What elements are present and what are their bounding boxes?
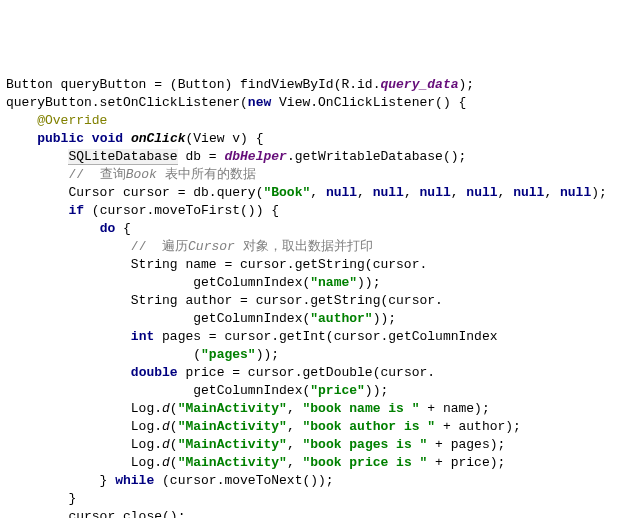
line-23: } while (cursor.moveToNext());	[6, 473, 334, 488]
line-5: SQLiteDatabase db = dbHelper.getWritable…	[6, 149, 466, 165]
line-21: Log.d("MainActivity", "book pages is " +…	[6, 437, 505, 452]
line-12: getColumnIndex("name"));	[6, 275, 380, 290]
line-24: }	[6, 491, 76, 506]
line-19: Log.d("MainActivity", "book name is " + …	[6, 401, 490, 416]
line-17: double price = cursor.getDouble(cursor.	[6, 365, 435, 380]
line-8: if (cursor.moveToFirst()) {	[6, 203, 279, 218]
line-20: Log.d("MainActivity", "book author is " …	[6, 419, 521, 434]
line-4: public void onClick(View v) {	[6, 131, 264, 146]
line-6: // 查询Book 表中所有的数据	[6, 167, 256, 182]
line-7: Cursor cursor = db.query("Book", null, n…	[6, 185, 607, 200]
line-18: getColumnIndex("price"));	[6, 383, 388, 398]
line-2: queryButton.setOnClickListener(new View.…	[6, 95, 466, 110]
line-22: Log.d("MainActivity", "book price is " +…	[6, 455, 505, 470]
line-13: String author = cursor.getString(cursor.	[6, 293, 443, 308]
line-25: cursor.close();	[6, 509, 185, 518]
line-1: Button queryButton = (Button) findViewBy…	[6, 77, 474, 92]
line-9: do {	[6, 221, 131, 236]
line-15: int pages = cursor.getInt(cursor.getColu…	[6, 329, 498, 344]
line-16: ("pages"));	[6, 347, 279, 362]
line-11: String name = cursor.getString(cursor.	[6, 257, 427, 272]
line-10: // 遍历Cursor 对象，取出数据并打印	[6, 239, 373, 254]
line-14: getColumnIndex("author"));	[6, 311, 396, 326]
code-block: Button queryButton = (Button) findViewBy…	[6, 76, 627, 518]
line-3: @Override	[6, 113, 107, 128]
